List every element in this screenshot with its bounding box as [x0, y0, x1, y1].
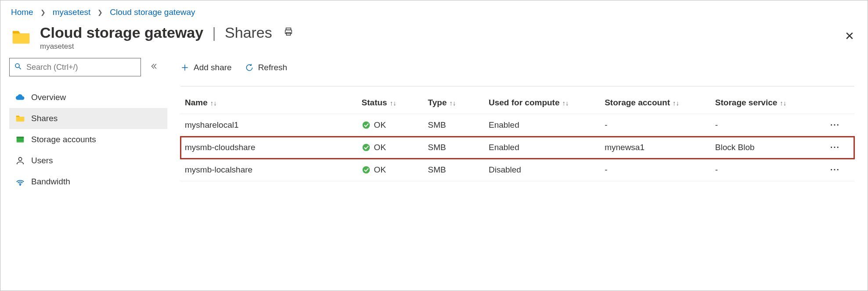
toolbar-divider: [180, 86, 854, 86]
search-box[interactable]: [9, 58, 141, 76]
breadcrumb-home[interactable]: Home: [11, 7, 33, 17]
column-header-status[interactable]: Status↑↓: [357, 92, 424, 114]
cell-service: Block Blob: [711, 137, 816, 159]
sidebar-item-shares[interactable]: Shares: [9, 108, 167, 129]
sidebar-item-label: Shares: [31, 114, 58, 123]
user-icon: [15, 156, 25, 165]
svg-point-9: [20, 184, 21, 185]
sidebar-item-label: Users: [31, 156, 53, 165]
sidebar-item-label: Overview: [31, 93, 66, 102]
sidebar-item-label: Storage accounts: [31, 135, 96, 144]
sidebar-item-bandwidth[interactable]: Bandwidth: [9, 171, 167, 192]
resource-folder-icon: [11, 27, 31, 47]
sort-icon: ↑↓: [450, 99, 456, 107]
print-icon[interactable]: [284, 27, 293, 39]
cell-service: -: [711, 159, 816, 181]
sort-icon: ↑↓: [210, 99, 217, 107]
page-subtitle-section: Shares: [225, 24, 272, 41]
chevron-right-icon: ❯: [40, 9, 46, 16]
cell-name: mysmb-localshare: [180, 159, 357, 181]
table-row[interactable]: mysmb-cloudshare OK SMB Enabled mynewsa1…: [180, 137, 854, 159]
main-content: Add share Refresh Name↑↓ Status↑↓: [167, 58, 868, 269]
sidebar-item-label: Bandwidth: [31, 177, 70, 187]
sidebar: Overview Shares Storage accounts Users: [0, 58, 167, 269]
search-input[interactable]: [25, 62, 136, 72]
cell-name: mysmb-cloudshare: [180, 137, 357, 159]
status-ok-icon: [362, 143, 371, 152]
column-header-compute[interactable]: Used for compute↑↓: [484, 92, 600, 114]
title-divider: |: [212, 24, 216, 41]
svg-line-4: [19, 67, 21, 69]
cell-account: -: [600, 114, 711, 137]
folder-icon: [15, 114, 25, 123]
svg-rect-7: [17, 140, 24, 140]
cell-compute: Enabled: [484, 137, 600, 159]
breadcrumb-section[interactable]: Cloud storage gateway: [110, 7, 195, 17]
sort-icon: ↑↓: [673, 99, 679, 107]
svg-point-12: [362, 122, 370, 129]
sort-icon: ↑↓: [390, 99, 396, 107]
collapse-sidebar-icon[interactable]: [150, 62, 158, 72]
svg-point-8: [18, 158, 22, 161]
cell-status: OK: [362, 143, 419, 152]
column-header-account[interactable]: Storage account↑↓: [600, 92, 711, 114]
column-header-name[interactable]: Name↑↓: [180, 92, 357, 114]
cell-type: SMB: [424, 114, 484, 137]
svg-point-3: [15, 64, 19, 68]
refresh-label: Refresh: [258, 63, 288, 72]
close-icon[interactable]: ✕: [845, 29, 854, 43]
cell-status: OK: [362, 165, 419, 175]
status-ok-icon: [362, 121, 371, 129]
svg-point-14: [362, 166, 370, 174]
cell-name: mysharelocal1: [180, 114, 357, 137]
cell-service: -: [711, 114, 816, 137]
table-row[interactable]: mysmb-localshare OK SMB Disabled - - ···: [180, 159, 854, 181]
svg-point-13: [362, 144, 370, 151]
row-more-button[interactable]: ···: [816, 114, 854, 137]
page-title: Cloud storage gateway: [40, 24, 203, 41]
page-header: Cloud storage gateway | Shares myasetest…: [0, 21, 868, 58]
cell-account: -: [600, 159, 711, 181]
breadcrumb: Home ❯ myasetest ❯ Cloud storage gateway: [0, 0, 868, 21]
cell-type: SMB: [424, 159, 484, 181]
table-row[interactable]: mysharelocal1 OK SMB Enabled - - ···: [180, 114, 854, 137]
svg-rect-6: [17, 137, 24, 139]
cell-compute: Disabled: [484, 159, 600, 181]
toolbar: Add share Refresh: [180, 58, 854, 77]
sidebar-item-storage-accounts[interactable]: Storage accounts: [9, 129, 167, 150]
resource-name: myasetest: [40, 42, 293, 51]
add-share-label: Add share: [194, 63, 232, 72]
cloud-icon: [15, 93, 25, 102]
storage-icon: [15, 135, 25, 144]
column-header-service[interactable]: Storage service↑↓: [711, 92, 816, 114]
sidebar-item-overview[interactable]: Overview: [9, 87, 167, 108]
sort-icon: ↑↓: [562, 99, 569, 107]
column-header-type[interactable]: Type↑↓: [424, 92, 484, 114]
status-ok-icon: [362, 165, 371, 174]
cell-type: SMB: [424, 137, 484, 159]
sidebar-item-users[interactable]: Users: [9, 150, 167, 171]
sort-icon: ↑↓: [780, 99, 786, 107]
chevron-right-icon: ❯: [97, 9, 103, 16]
bandwidth-icon: [15, 177, 25, 187]
cell-account: mynewsa1: [600, 137, 711, 159]
add-share-button[interactable]: Add share: [180, 63, 232, 72]
search-icon: [14, 62, 22, 72]
refresh-button[interactable]: Refresh: [245, 63, 288, 72]
row-more-button[interactable]: ···: [816, 137, 854, 159]
cell-compute: Enabled: [484, 114, 600, 137]
cell-status: OK: [362, 120, 419, 130]
shares-table: Name↑↓ Status↑↓ Type↑↓ Used for compute↑…: [180, 92, 854, 181]
row-more-button[interactable]: ···: [816, 159, 854, 181]
breadcrumb-resource[interactable]: myasetest: [53, 7, 91, 17]
